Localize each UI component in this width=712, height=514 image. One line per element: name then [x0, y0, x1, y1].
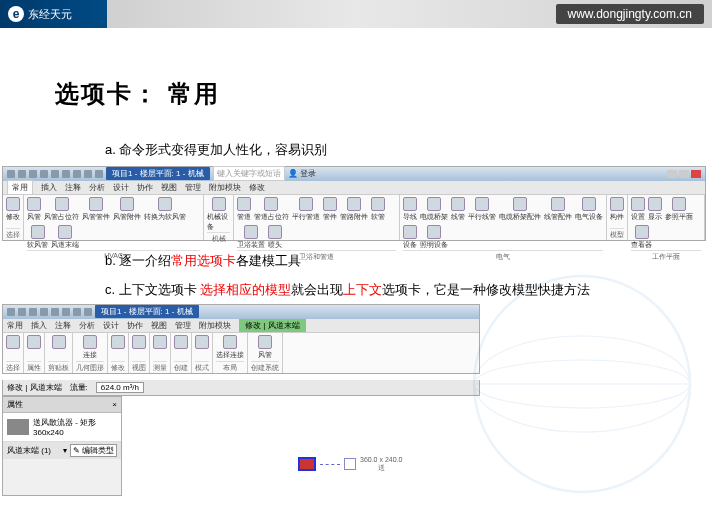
logo-icon: e — [8, 6, 24, 22]
ribbon-button[interactable]: 卫浴装置 — [237, 225, 265, 250]
tab-design[interactable]: 设计 — [113, 182, 129, 193]
ribbon-button[interactable]: 喷头 — [268, 225, 282, 250]
drawing-canvas[interactable]: 360.0 x 240.0送 — [128, 396, 712, 496]
ribbon-tabs-2[interactable]: 常用 插入 注释 分析 设计 协作 视图 管理 附加模块 修改 | 风道末端 — [3, 319, 479, 333]
group-label: 模式 — [195, 361, 209, 373]
close-icon[interactable]: × — [112, 400, 117, 409]
ribbon-button[interactable]: 平行线管 — [468, 197, 496, 222]
ribbon-button[interactable]: 修改 — [6, 197, 20, 222]
tab-collab[interactable]: 协作 — [137, 182, 153, 193]
tab-modify[interactable]: 修改 — [249, 182, 265, 193]
type-selector[interactable]: 送风散流器 - 矩形360x240 — [3, 413, 121, 442]
ribbon-button[interactable]: 查看器 — [631, 225, 652, 250]
tool-icon — [120, 197, 134, 211]
ribbon-button[interactable]: 照明设备 — [420, 225, 448, 250]
ribbon-button[interactable]: 机械设备 — [207, 197, 230, 232]
ribbon-button[interactable]: 风管管件 — [82, 197, 110, 222]
tool-icon — [264, 197, 278, 211]
tool-icon — [403, 225, 417, 239]
ribbon-tabs[interactable]: 常用 插入 注释 分析 设计 协作 视图 管理 附加模块 修改 — [3, 181, 705, 195]
ribbon-button[interactable]: 软风管 — [27, 225, 48, 250]
ribbon-button[interactable]: 平行管道 — [292, 197, 320, 222]
tool-icon — [635, 225, 649, 239]
ribbon-button[interactable]: 管道 — [237, 197, 251, 222]
ribbon-group: 视图 — [129, 333, 150, 373]
search-box[interactable]: 键入关键字或短语 — [213, 166, 285, 181]
ribbon-group: 连接几何图形 — [73, 333, 108, 373]
ribbon-button[interactable] — [132, 335, 146, 350]
ribbon-button[interactable]: 管路附件 — [340, 197, 368, 222]
tool-icon — [58, 225, 72, 239]
ribbon-button[interactable]: 电气设备 — [575, 197, 603, 222]
tool-icon — [371, 197, 385, 211]
ribbon-button[interactable]: 显示 — [648, 197, 662, 222]
ribbon-button[interactable] — [174, 335, 188, 350]
diffuser-icon — [298, 457, 316, 471]
placed-component[interactable]: 360.0 x 240.0送 — [298, 456, 402, 473]
tool-icon — [158, 197, 172, 211]
ribbon-button[interactable] — [52, 335, 66, 350]
ribbon-group: 模式 — [192, 333, 213, 373]
group-label: 视图 — [132, 361, 146, 373]
window-controls[interactable] — [667, 170, 701, 178]
edit-type-button[interactable]: ✎ 编辑类型 — [70, 444, 117, 457]
group-label: 布局 — [216, 361, 244, 373]
ribbon-button[interactable]: 电缆桥架配件 — [499, 197, 541, 222]
ribbon-button[interactable]: 线管配件 — [544, 197, 572, 222]
ribbon-button[interactable]: 风道末端 — [51, 225, 79, 250]
tool-icon — [268, 225, 282, 239]
ribbon-group: 构件模型 — [607, 195, 628, 240]
ribbon-button[interactable]: 构件 — [610, 197, 624, 222]
ribbon-button[interactable] — [153, 335, 167, 350]
tool-icon — [212, 197, 226, 211]
ribbon-button[interactable]: 管道占位符 — [254, 197, 289, 222]
tab-analyze[interactable]: 分析 — [89, 182, 105, 193]
ribbon-button[interactable]: 软管 — [371, 197, 385, 222]
ribbon-button[interactable]: 导线 — [403, 197, 417, 222]
ribbon-group: 机械设备机械 — [204, 195, 234, 240]
tab-view[interactable]: 视图 — [161, 182, 177, 193]
brand-text: 东经天元 — [28, 7, 72, 22]
ribbon-button[interactable]: 参照平面 — [665, 197, 693, 222]
tool-icon — [427, 197, 441, 211]
ribbon-button[interactable] — [6, 335, 20, 350]
context-tab[interactable]: 修改 | 风道末端 — [239, 319, 306, 332]
ribbon-group: 修改 — [108, 333, 129, 373]
project-title: 项目1 - 楼层平面: 1 - 机械 — [106, 167, 210, 180]
user-login[interactable]: 👤 登录 — [288, 168, 316, 179]
flow-input[interactable]: 624.0 m³/h — [96, 382, 144, 393]
tool-icon — [244, 225, 258, 239]
tool-icon — [672, 197, 686, 211]
tab-annotate[interactable]: 注释 — [65, 182, 81, 193]
ribbon-button[interactable]: 风管 — [258, 335, 272, 360]
ribbon-group: 风管创建系统 — [248, 333, 283, 373]
ribbon-button[interactable]: 管件 — [323, 197, 337, 222]
ribbon-button[interactable] — [195, 335, 209, 350]
props-footer: 风道末端 (1)▾ ✎ 编辑类型 — [3, 442, 121, 459]
ribbon-button[interactable]: 设置 — [631, 197, 645, 222]
tab-common[interactable]: 常用 — [7, 180, 33, 194]
ribbon-group: 选择 — [3, 333, 24, 373]
ribbon-button[interactable]: 选择连接 — [216, 335, 244, 360]
tool-icon — [551, 197, 565, 211]
ribbon-button[interactable]: 风管 — [27, 197, 41, 222]
ribbon-button[interactable]: 线管 — [451, 197, 465, 222]
tool-icon — [111, 335, 125, 349]
tool-icon — [55, 197, 69, 211]
ribbon-button[interactable]: 风管占位符 — [44, 197, 79, 222]
tab-insert[interactable]: 插入 — [41, 182, 57, 193]
ribbon-button[interactable]: 连接 — [83, 335, 97, 360]
ribbon-button[interactable]: 风管附件 — [113, 197, 141, 222]
tab-addin[interactable]: 附加模块 — [209, 182, 241, 193]
group-label: 工作平面 — [631, 250, 701, 262]
ribbon-button[interactable]: 设备 — [403, 225, 417, 250]
group-label: 机械 — [207, 232, 230, 244]
ribbon-button[interactable] — [27, 335, 41, 350]
tab-manage[interactable]: 管理 — [185, 182, 201, 193]
group-label: 几何图形 — [76, 361, 104, 373]
ribbon-button[interactable]: 转换为软风管 — [144, 197, 186, 222]
ribbon-button[interactable] — [111, 335, 125, 350]
group-label: 选择 — [6, 361, 20, 373]
ribbon-screenshot-2: 项目1 - 楼层平面: 1 - 机械 常用 插入 注释 分析 设计 协作 视图 … — [2, 304, 480, 374]
ribbon-button[interactable]: 电缆桥架 — [420, 197, 448, 222]
